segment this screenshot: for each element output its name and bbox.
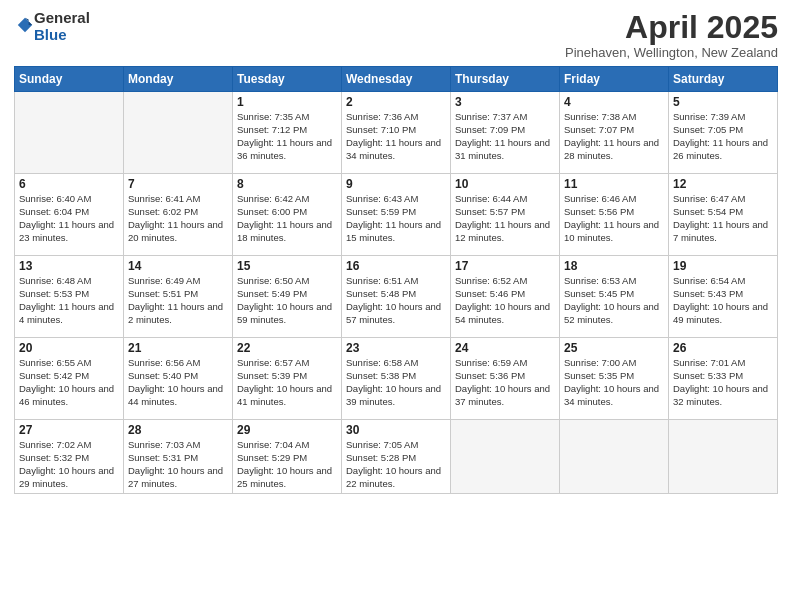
weekday-header: Sunday — [15, 67, 124, 92]
day-number: 5 — [673, 95, 773, 109]
day-number: 9 — [346, 177, 446, 191]
calendar-day: 16Sunrise: 6:51 AM Sunset: 5:48 PM Dayli… — [342, 256, 451, 338]
day-number: 24 — [455, 341, 555, 355]
day-info: Sunrise: 6:48 AM Sunset: 5:53 PM Dayligh… — [19, 275, 119, 326]
day-number: 11 — [564, 177, 664, 191]
day-info: Sunrise: 6:56 AM Sunset: 5:40 PM Dayligh… — [128, 357, 228, 408]
day-info: Sunrise: 7:02 AM Sunset: 5:32 PM Dayligh… — [19, 439, 119, 490]
calendar-day: 21Sunrise: 6:56 AM Sunset: 5:40 PM Dayli… — [124, 338, 233, 420]
day-info: Sunrise: 6:52 AM Sunset: 5:46 PM Dayligh… — [455, 275, 555, 326]
calendar-day — [124, 92, 233, 174]
day-info: Sunrise: 7:35 AM Sunset: 7:12 PM Dayligh… — [237, 111, 337, 162]
calendar-week-row: 13Sunrise: 6:48 AM Sunset: 5:53 PM Dayli… — [15, 256, 778, 338]
calendar-day: 27Sunrise: 7:02 AM Sunset: 5:32 PM Dayli… — [15, 420, 124, 494]
day-info: Sunrise: 6:57 AM Sunset: 5:39 PM Dayligh… — [237, 357, 337, 408]
day-number: 6 — [19, 177, 119, 191]
logo-text: General Blue — [34, 10, 90, 43]
day-number: 20 — [19, 341, 119, 355]
calendar-day: 7Sunrise: 6:41 AM Sunset: 6:02 PM Daylig… — [124, 174, 233, 256]
logo-general: General — [34, 10, 90, 27]
day-info: Sunrise: 6:42 AM Sunset: 6:00 PM Dayligh… — [237, 193, 337, 244]
day-info: Sunrise: 7:04 AM Sunset: 5:29 PM Dayligh… — [237, 439, 337, 490]
calendar-day: 14Sunrise: 6:49 AM Sunset: 5:51 PM Dayli… — [124, 256, 233, 338]
day-info: Sunrise: 7:05 AM Sunset: 5:28 PM Dayligh… — [346, 439, 446, 490]
weekday-header: Wednesday — [342, 67, 451, 92]
day-info: Sunrise: 7:00 AM Sunset: 5:35 PM Dayligh… — [564, 357, 664, 408]
calendar-day: 30Sunrise: 7:05 AM Sunset: 5:28 PM Dayli… — [342, 420, 451, 494]
location: Pinehaven, Wellington, New Zealand — [565, 45, 778, 60]
weekday-header: Monday — [124, 67, 233, 92]
title-block: April 2025 Pinehaven, Wellington, New Ze… — [565, 10, 778, 60]
calendar-day: 29Sunrise: 7:04 AM Sunset: 5:29 PM Dayli… — [233, 420, 342, 494]
day-number: 15 — [237, 259, 337, 273]
day-number: 21 — [128, 341, 228, 355]
calendar-day: 22Sunrise: 6:57 AM Sunset: 5:39 PM Dayli… — [233, 338, 342, 420]
day-info: Sunrise: 7:01 AM Sunset: 5:33 PM Dayligh… — [673, 357, 773, 408]
calendar-day: 13Sunrise: 6:48 AM Sunset: 5:53 PM Dayli… — [15, 256, 124, 338]
calendar-day: 18Sunrise: 6:53 AM Sunset: 5:45 PM Dayli… — [560, 256, 669, 338]
day-number: 23 — [346, 341, 446, 355]
calendar-day: 11Sunrise: 6:46 AM Sunset: 5:56 PM Dayli… — [560, 174, 669, 256]
weekday-header: Thursday — [451, 67, 560, 92]
calendar-day: 10Sunrise: 6:44 AM Sunset: 5:57 PM Dayli… — [451, 174, 560, 256]
day-info: Sunrise: 6:41 AM Sunset: 6:02 PM Dayligh… — [128, 193, 228, 244]
day-number: 22 — [237, 341, 337, 355]
day-info: Sunrise: 7:39 AM Sunset: 7:05 PM Dayligh… — [673, 111, 773, 162]
calendar-day — [669, 420, 778, 494]
calendar-day — [560, 420, 669, 494]
day-number: 30 — [346, 423, 446, 437]
calendar-day: 9Sunrise: 6:43 AM Sunset: 5:59 PM Daylig… — [342, 174, 451, 256]
calendar-day: 20Sunrise: 6:55 AM Sunset: 5:42 PM Dayli… — [15, 338, 124, 420]
calendar-day: 5Sunrise: 7:39 AM Sunset: 7:05 PM Daylig… — [669, 92, 778, 174]
calendar-day: 3Sunrise: 7:37 AM Sunset: 7:09 PM Daylig… — [451, 92, 560, 174]
day-number: 28 — [128, 423, 228, 437]
day-info: Sunrise: 7:38 AM Sunset: 7:07 PM Dayligh… — [564, 111, 664, 162]
day-info: Sunrise: 7:03 AM Sunset: 5:31 PM Dayligh… — [128, 439, 228, 490]
calendar-week-row: 20Sunrise: 6:55 AM Sunset: 5:42 PM Dayli… — [15, 338, 778, 420]
calendar-day: 4Sunrise: 7:38 AM Sunset: 7:07 PM Daylig… — [560, 92, 669, 174]
month-title: April 2025 — [565, 10, 778, 45]
calendar-day: 28Sunrise: 7:03 AM Sunset: 5:31 PM Dayli… — [124, 420, 233, 494]
calendar-day: 2Sunrise: 7:36 AM Sunset: 7:10 PM Daylig… — [342, 92, 451, 174]
day-number: 2 — [346, 95, 446, 109]
calendar-week-row: 1Sunrise: 7:35 AM Sunset: 7:12 PM Daylig… — [15, 92, 778, 174]
day-number: 16 — [346, 259, 446, 273]
calendar-day: 23Sunrise: 6:58 AM Sunset: 5:38 PM Dayli… — [342, 338, 451, 420]
header: General Blue April 2025 Pinehaven, Welli… — [14, 10, 778, 60]
weekday-header: Friday — [560, 67, 669, 92]
calendar-day: 24Sunrise: 6:59 AM Sunset: 5:36 PM Dayli… — [451, 338, 560, 420]
day-number: 27 — [19, 423, 119, 437]
calendar-day — [15, 92, 124, 174]
calendar-day: 26Sunrise: 7:01 AM Sunset: 5:33 PM Dayli… — [669, 338, 778, 420]
calendar: SundayMondayTuesdayWednesdayThursdayFrid… — [14, 66, 778, 494]
calendar-day: 12Sunrise: 6:47 AM Sunset: 5:54 PM Dayli… — [669, 174, 778, 256]
calendar-day: 15Sunrise: 6:50 AM Sunset: 5:49 PM Dayli… — [233, 256, 342, 338]
day-number: 7 — [128, 177, 228, 191]
day-number: 18 — [564, 259, 664, 273]
calendar-day — [451, 420, 560, 494]
day-info: Sunrise: 6:49 AM Sunset: 5:51 PM Dayligh… — [128, 275, 228, 326]
day-number: 4 — [564, 95, 664, 109]
day-info: Sunrise: 6:46 AM Sunset: 5:56 PM Dayligh… — [564, 193, 664, 244]
weekday-header: Tuesday — [233, 67, 342, 92]
day-number: 25 — [564, 341, 664, 355]
weekday-header-row: SundayMondayTuesdayWednesdayThursdayFrid… — [15, 67, 778, 92]
day-number: 10 — [455, 177, 555, 191]
logo-blue: Blue — [34, 27, 90, 44]
day-number: 17 — [455, 259, 555, 273]
day-info: Sunrise: 6:50 AM Sunset: 5:49 PM Dayligh… — [237, 275, 337, 326]
day-number: 19 — [673, 259, 773, 273]
day-number: 14 — [128, 259, 228, 273]
day-info: Sunrise: 6:44 AM Sunset: 5:57 PM Dayligh… — [455, 193, 555, 244]
day-info: Sunrise: 6:55 AM Sunset: 5:42 PM Dayligh… — [19, 357, 119, 408]
day-info: Sunrise: 6:54 AM Sunset: 5:43 PM Dayligh… — [673, 275, 773, 326]
day-number: 3 — [455, 95, 555, 109]
day-info: Sunrise: 7:37 AM Sunset: 7:09 PM Dayligh… — [455, 111, 555, 162]
day-info: Sunrise: 6:40 AM Sunset: 6:04 PM Dayligh… — [19, 193, 119, 244]
calendar-day: 1Sunrise: 7:35 AM Sunset: 7:12 PM Daylig… — [233, 92, 342, 174]
calendar-day: 6Sunrise: 6:40 AM Sunset: 6:04 PM Daylig… — [15, 174, 124, 256]
day-number: 26 — [673, 341, 773, 355]
day-number: 1 — [237, 95, 337, 109]
calendar-day: 25Sunrise: 7:00 AM Sunset: 5:35 PM Dayli… — [560, 338, 669, 420]
day-info: Sunrise: 6:53 AM Sunset: 5:45 PM Dayligh… — [564, 275, 664, 326]
